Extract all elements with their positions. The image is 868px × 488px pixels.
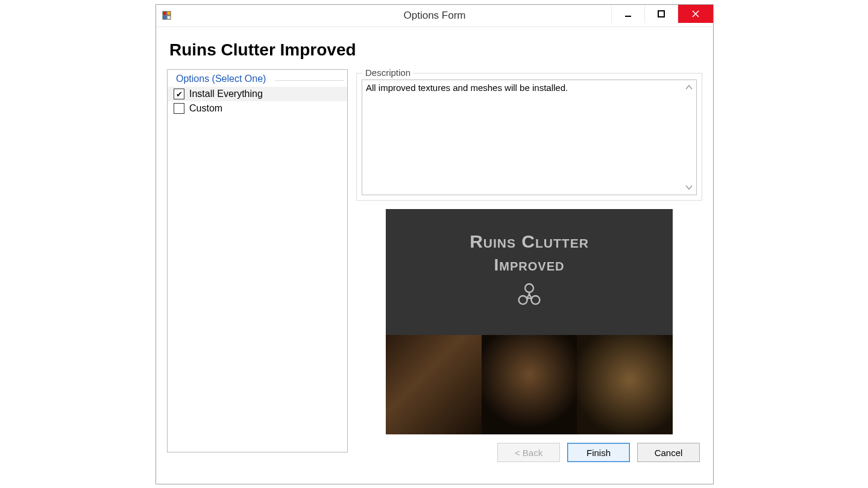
options-header: Options (Select One) (168, 74, 347, 87)
button-row: < Back Finish Cancel (356, 443, 702, 462)
description-legend: Description (363, 67, 413, 78)
description-textbox[interactable]: All improved textures and meshes will be… (362, 80, 697, 195)
triskele-icon (512, 278, 547, 313)
finish-button[interactable]: Finish (567, 443, 630, 462)
options-window: Options Form Ruins Clutter Improved Opti… (156, 4, 714, 484)
description-fieldset: Description All improved textures and me… (356, 73, 702, 201)
svg-rect-1 (167, 11, 171, 15)
checkbox-icon[interactable]: ✔ (174, 89, 184, 99)
svg-rect-5 (658, 11, 664, 17)
window-controls (611, 5, 713, 27)
option-label: Install Everything (189, 89, 263, 99)
cancel-button[interactable]: Cancel (637, 443, 700, 462)
option-install-everything[interactable]: ✔ Install Everything (168, 87, 347, 101)
svg-rect-4 (625, 16, 631, 17)
svg-point-7 (519, 296, 527, 304)
minimize-button[interactable] (611, 5, 644, 23)
option-label: Custom (189, 103, 222, 114)
options-panel: Options (Select One) ✔ Install Everythin… (167, 69, 348, 452)
body-row: Options (Select One) ✔ Install Everythin… (167, 69, 702, 462)
preview-banner: Ruins Clutter Improved (386, 209, 673, 335)
preview-thumb-2 (482, 335, 577, 434)
content-area: Ruins Clutter Improved Options (Select O… (156, 27, 713, 468)
svg-point-6 (525, 284, 533, 292)
preview-title-line1: Ruins Clutter (470, 231, 589, 252)
close-button[interactable] (678, 5, 713, 23)
checkbox-icon[interactable] (174, 103, 184, 114)
right-column: Description All improved textures and me… (356, 69, 702, 462)
preview-title-line2: Improved (494, 255, 565, 275)
scroll-down-icon[interactable] (684, 183, 694, 192)
option-custom[interactable]: Custom (168, 101, 347, 116)
preview-thumb-1 (386, 335, 482, 434)
svg-rect-3 (167, 16, 171, 19)
preview-thumb-3 (577, 335, 673, 434)
back-button: < Back (497, 443, 560, 462)
titlebar[interactable]: Options Form (156, 5, 713, 27)
svg-point-8 (531, 296, 539, 304)
description-text: All improved textures and meshes will be… (366, 83, 568, 93)
preview-image: Ruins Clutter Improved (386, 209, 673, 434)
scroll-up-icon[interactable] (684, 83, 694, 92)
svg-rect-2 (163, 16, 166, 19)
svg-rect-0 (163, 11, 166, 15)
maximize-button[interactable] (644, 5, 678, 23)
page-title: Ruins Clutter Improved (169, 40, 702, 60)
app-icon (162, 11, 172, 20)
preview-thumbnails (386, 335, 673, 434)
